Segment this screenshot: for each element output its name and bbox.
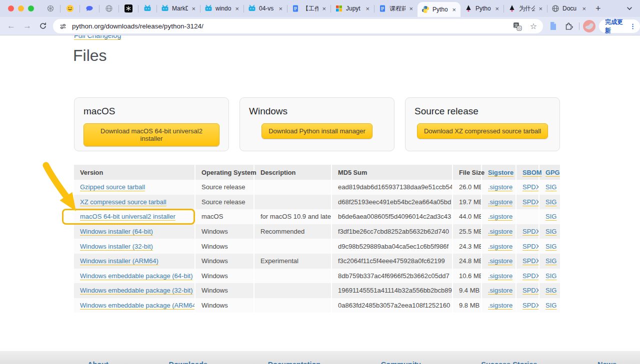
sigstore-link[interactable]: .sigstore: [488, 287, 512, 294]
version-link[interactable]: Windows installer (ARM64): [80, 257, 158, 265]
tab-course-doc[interactable]: 课程前 ×: [374, 0, 418, 17]
version-link[interactable]: Windows embeddable package (32-bit): [80, 287, 192, 294]
sigstore-link[interactable]: .sigstore: [488, 183, 512, 191]
sigstore-link[interactable]: .sigstore: [488, 228, 512, 235]
download-macos-button[interactable]: Download macOS 64-bit universal2 install…: [84, 123, 220, 146]
sbom-link[interactable]: SPDX: [522, 287, 539, 294]
gpg-link[interactable]: SIG: [546, 213, 556, 220]
col-sigstore-link[interactable]: Sigstore: [488, 169, 514, 176]
sigstore-link[interactable]: .sigstore: [488, 257, 512, 265]
tab-close-icon[interactable]: ×: [191, 5, 196, 12]
tab-close-icon[interactable]: ×: [322, 5, 326, 12]
tab-close-icon[interactable]: ×: [494, 5, 500, 12]
window-zoom-button[interactable]: [28, 5, 34, 11]
tab-why[interactable]: 为什么 ×: [504, 0, 547, 17]
version-link[interactable]: Windows embeddable package (64-bit): [80, 272, 192, 280]
smiley-icon: [66, 4, 74, 12]
tab-python-active[interactable]: Pytho ×: [418, 2, 460, 17]
back-button[interactable]: ←: [7, 21, 16, 31]
bookmark-star-icon[interactable]: ☆: [530, 21, 537, 31]
gpg-link[interactable]: SIG: [546, 302, 556, 309]
tab-windo[interactable]: windo ×: [200, 0, 244, 17]
pinned-tab-chatgpt[interactable]: [41, 0, 60, 17]
tab-04-vs[interactable]: 04-vs ×: [244, 0, 287, 17]
profile-avatar[interactable]: [583, 20, 596, 32]
sbom-link[interactable]: SPDX: [522, 302, 539, 309]
site-settings-icon[interactable]: [59, 22, 67, 30]
version-link[interactable]: Gzipped source tarball: [80, 183, 145, 191]
kimi-icon: [124, 4, 132, 12]
tab-close-icon[interactable]: ×: [278, 5, 283, 12]
footer-link-success-stories[interactable]: Success Stories: [481, 361, 537, 364]
chrome-update-button[interactable]: 完成更新 ⋮: [599, 19, 640, 33]
tab-close-icon[interactable]: ×: [582, 5, 586, 12]
sigstore-link[interactable]: .sigstore: [488, 302, 512, 309]
sigstore-link[interactable]: .sigstore: [488, 272, 512, 280]
gpg-link[interactable]: SIG: [546, 228, 556, 235]
tab-close-icon[interactable]: ×: [452, 6, 456, 13]
extensions-icon[interactable]: [564, 21, 574, 30]
reading-list-icon[interactable]: [548, 21, 558, 30]
footer-link-documentation[interactable]: Documentation: [268, 361, 321, 364]
address-bar[interactable]: python.org/downloads/release/python-3124…: [53, 19, 543, 33]
tab-close-icon[interactable]: ×: [538, 5, 543, 12]
version-link[interactable]: macOS 64-bit universal2 installer: [80, 213, 176, 220]
forward-button[interactable]: →: [23, 21, 32, 31]
pinned-tab-kimi[interactable]: [119, 0, 138, 17]
download-windows-button[interactable]: Download Python install manager: [262, 123, 372, 139]
full-changelog-link[interactable]: Full Changelog: [74, 35, 121, 39]
os-cell: Windows: [195, 269, 254, 284]
tab-jupyter[interactable]: Jupyt ×: [331, 0, 374, 17]
version-link[interactable]: Windows embeddable package (ARM64): [80, 302, 195, 309]
tab-work-doc[interactable]: 【工作 ×: [288, 0, 330, 17]
deepseek-whale-icon: [86, 4, 94, 12]
new-tab-button[interactable]: +: [590, 3, 606, 14]
version-link[interactable]: Windows installer (32-bit): [80, 243, 153, 250]
tab-docu[interactable]: Docu ×: [548, 0, 590, 17]
footer-link-news[interactable]: News: [598, 361, 616, 364]
gpg-link[interactable]: SIG: [546, 198, 556, 206]
footer-link-community[interactable]: Community: [381, 361, 421, 364]
tab-python-2[interactable]: Pytho ×: [460, 0, 504, 17]
version-link[interactable]: Windows installer (64-bit): [80, 228, 153, 235]
sbom-link[interactable]: SPDX: [522, 272, 539, 280]
url-text[interactable]: python.org/downloads/release/python-3124…: [72, 22, 513, 30]
col-gpg-link[interactable]: GPG: [546, 169, 560, 176]
sbom-link[interactable]: SPDX: [522, 198, 539, 206]
gpg-link[interactable]: SIG: [546, 183, 556, 191]
description-cell: [254, 283, 332, 298]
sigstore-link[interactable]: .sigstore: [488, 213, 512, 220]
download-source-button[interactable]: Download XZ compressed source tarball: [417, 123, 548, 139]
tab-markd[interactable]: MarkD ×: [157, 0, 200, 17]
sigstore-link[interactable]: .sigstore: [488, 243, 512, 250]
translate-icon[interactable]: 文G: [513, 22, 522, 31]
sbom-link[interactable]: SPDX: [522, 257, 539, 265]
footer-link-downloads[interactable]: Downloads: [169, 361, 208, 364]
col-sbom-link[interactable]: SBOM: [522, 169, 542, 176]
pinned-tab-smiley[interactable]: [60, 0, 80, 17]
pinned-tab-deepseek[interactable]: [80, 0, 99, 17]
pinned-tab-globe[interactable]: [100, 0, 118, 17]
gpg-link[interactable]: SIG: [546, 257, 556, 265]
sbom-link[interactable]: SPDX: [522, 228, 539, 235]
footer-link-about[interactable]: About: [88, 361, 108, 364]
gpg-link[interactable]: SIG: [546, 287, 556, 294]
sigstore-link[interactable]: .sigstore: [488, 198, 512, 206]
tab-bilibili[interactable]: [138, 0, 156, 17]
tab-close-icon[interactable]: ×: [408, 5, 414, 12]
tab-close-icon[interactable]: ×: [234, 5, 240, 12]
gpg-link[interactable]: SIG: [546, 243, 556, 250]
more-menu-icon[interactable]: ⋮: [630, 22, 636, 30]
sbom-link[interactable]: SPDX: [522, 243, 539, 250]
reload-button[interactable]: [39, 22, 47, 30]
md5-cell: 8db759b337ac4f6966f52b3662c05dd7: [332, 269, 452, 284]
tab-search-chevron-icon[interactable]: [626, 5, 633, 12]
window-close-button[interactable]: [8, 5, 14, 11]
gpg-link[interactable]: SIG: [546, 272, 556, 280]
bilibili-icon: [248, 4, 256, 12]
tab-close-icon[interactable]: ×: [365, 5, 370, 12]
window-minimize-button[interactable]: [18, 5, 24, 11]
sbom-link[interactable]: SPDX: [522, 183, 539, 191]
version-link[interactable]: XZ compressed source tarball: [80, 198, 166, 206]
toolbar-divider: [579, 22, 580, 30]
